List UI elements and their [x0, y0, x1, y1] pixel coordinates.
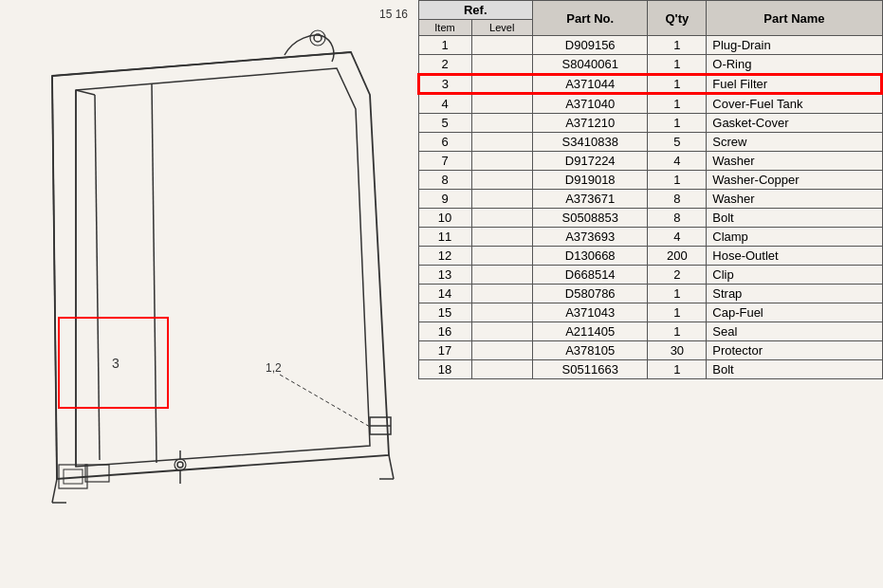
item-number: 18	[418, 360, 471, 379]
quantity: 4	[648, 152, 707, 171]
header-ref-row: Ref. Part No. Q'ty Part Name	[418, 1, 882, 20]
technical-drawing: 15 16	[0, 0, 417, 588]
table-row: 2S80400611O-Ring	[418, 55, 882, 75]
ref-level	[471, 341, 532, 360]
part-number: S0508853	[532, 209, 647, 228]
table-row: 4A3710401Cover-Fuel Tank	[418, 94, 882, 114]
table-row: 5A3712101Gasket-Cover	[418, 114, 882, 133]
ref-level	[471, 74, 532, 94]
quantity: 1	[648, 114, 707, 133]
part-name: Bolt	[707, 360, 882, 379]
quantity: 1	[648, 285, 707, 303]
item-number: 13	[418, 266, 471, 285]
quantity: 4	[648, 228, 707, 247]
ref-level	[471, 247, 532, 266]
svg-line-15	[280, 375, 370, 427]
ref-level	[471, 55, 532, 75]
ref-level	[471, 94, 532, 114]
quantity: 1	[648, 74, 707, 94]
item-number: 9	[418, 190, 471, 209]
part-name: Plug-Drain	[707, 36, 882, 55]
table-row: 9A3736718Washer	[418, 190, 882, 209]
ref-level	[471, 228, 532, 247]
table-row: 11A3736934Clamp	[418, 228, 882, 247]
ref-level	[471, 360, 532, 379]
item-number: 16	[418, 322, 471, 341]
ref-header: Ref.	[418, 1, 532, 20]
svg-rect-6	[85, 465, 109, 482]
diagram-svg: 3 1,2	[0, 0, 417, 588]
item-number: 11	[418, 228, 471, 247]
ref-level	[471, 171, 532, 190]
part-name: Gasket-Cover	[707, 114, 882, 133]
quantity: 1	[648, 303, 707, 322]
quantity: 8	[648, 209, 707, 228]
ref-level	[471, 303, 532, 322]
svg-line-7	[52, 479, 57, 503]
part-number: A371210	[532, 114, 647, 133]
item-number: 12	[418, 247, 471, 266]
item-subheader: Item	[418, 20, 471, 36]
item-number: 5	[418, 114, 471, 133]
item-number: 7	[418, 152, 471, 171]
ref-level	[471, 209, 532, 228]
ref-level	[471, 114, 532, 133]
part-number: D909156	[532, 36, 647, 55]
part-number: A373671	[532, 190, 647, 209]
part-name-header: Part Name	[707, 1, 882, 36]
diagram-panel: 15 16	[0, 0, 417, 588]
table-panel: Ref. Part No. Q'ty Part Name Item Level …	[417, 0, 883, 588]
part-name: Washer-Copper	[707, 171, 882, 190]
part-name: Clip	[707, 266, 882, 285]
item-number: 6	[418, 133, 471, 152]
part-name: Cap-Fuel	[707, 303, 882, 322]
ref-level	[471, 152, 532, 171]
part-name: Cover-Fuel Tank	[707, 94, 882, 114]
item-number: 10	[418, 209, 471, 228]
quantity: 1	[648, 94, 707, 114]
part-number: A371040	[532, 94, 647, 114]
table-row: 10S05088538Bolt	[418, 209, 882, 228]
svg-line-3	[152, 83, 156, 463]
part-name: Strap	[707, 285, 882, 303]
table-row: 14D5807861Strap	[418, 285, 882, 303]
ref-level	[471, 36, 532, 55]
part-name: Clamp	[707, 228, 882, 247]
qty-header: Q'ty	[648, 1, 707, 36]
ref-level	[471, 322, 532, 341]
part-name: Hose-Outlet	[707, 247, 882, 266]
item-1-2-diagram-label: 1,2	[266, 361, 282, 375]
item-number: 8	[418, 171, 471, 190]
part-number: D917224	[532, 152, 647, 171]
part-number: D668514	[532, 266, 647, 285]
quantity: 1	[648, 55, 707, 75]
table-row: 15A3710431Cap-Fuel	[418, 303, 882, 322]
part-number: S3410838	[532, 133, 647, 152]
parts-table-body: 1D9091561Plug-Drain2S80400611O-Ring3A371…	[418, 36, 882, 379]
part-name: O-Ring	[707, 55, 882, 75]
table-row: 7D9172244Washer	[418, 152, 882, 171]
part-number: A371044	[532, 74, 647, 94]
ref-level	[471, 266, 532, 285]
item-number: 15	[418, 303, 471, 322]
quantity: 5	[648, 133, 707, 152]
svg-line-9	[389, 455, 394, 479]
part-name: Fuel Filter	[707, 74, 882, 94]
part-number: S0511663	[532, 360, 647, 379]
part-name: Bolt	[707, 209, 882, 228]
quantity: 1	[648, 322, 707, 341]
table-row: 12D130668200Hose-Outlet	[418, 247, 882, 266]
item-number: 3	[418, 74, 471, 94]
svg-line-1	[52, 76, 57, 479]
ref-level	[471, 285, 532, 303]
part-number: A371043	[532, 303, 647, 322]
part-number: A378105	[532, 341, 647, 360]
item-number: 1	[418, 36, 471, 55]
svg-point-4	[310, 30, 325, 46]
svg-point-16	[175, 459, 186, 470]
item-number: 4	[418, 94, 471, 114]
part-number: D580786	[532, 285, 647, 303]
svg-line-2	[95, 95, 100, 460]
level-subheader: Level	[471, 20, 532, 36]
table-row: 13D6685142Clip	[418, 266, 882, 285]
